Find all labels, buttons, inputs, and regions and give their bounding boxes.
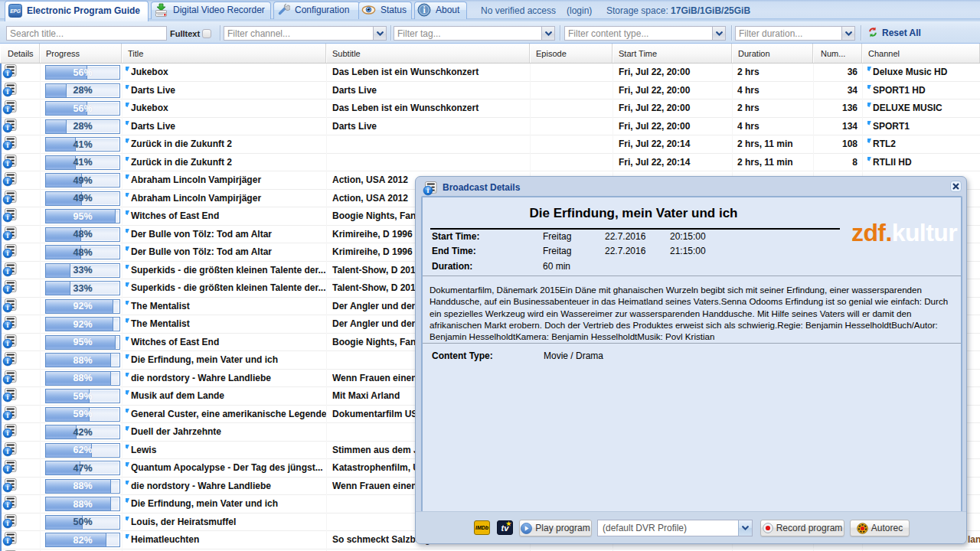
svg-text:i: i bbox=[7, 267, 9, 276]
svg-text:i: i bbox=[7, 87, 9, 96]
svg-text:i: i bbox=[7, 500, 9, 509]
svg-text:i: i bbox=[7, 411, 9, 419]
svg-text:i: i bbox=[7, 69, 9, 77]
svg-text:i: i bbox=[7, 285, 9, 293]
svg-text:i: i bbox=[7, 339, 9, 347]
svg-text:i: i bbox=[427, 186, 430, 194]
svg-text:i: i bbox=[7, 195, 9, 204]
svg-text:i: i bbox=[7, 249, 9, 257]
svg-text:EPG: EPG bbox=[10, 8, 21, 14]
svg-text:i: i bbox=[7, 375, 9, 383]
svg-text:i: i bbox=[7, 483, 9, 491]
svg-text:i: i bbox=[7, 159, 9, 168]
svg-text:i: i bbox=[7, 213, 9, 221]
svg-text:i: i bbox=[7, 357, 9, 365]
svg-text:i: i bbox=[7, 465, 9, 473]
svg-text:i: i bbox=[7, 105, 9, 113]
svg-text:i: i bbox=[7, 123, 9, 132]
svg-text:i: i bbox=[7, 321, 9, 329]
svg-text:i: i bbox=[7, 429, 9, 437]
svg-text:i: i bbox=[7, 231, 9, 240]
svg-text:i: i bbox=[7, 177, 9, 185]
svg-text:i: i bbox=[7, 393, 9, 401]
svg-text:i: i bbox=[7, 141, 9, 149]
svg-text:i: i bbox=[7, 303, 9, 311]
svg-text:i: i bbox=[7, 519, 9, 527]
svg-text:i: i bbox=[7, 536, 9, 545]
svg-text:i: i bbox=[7, 447, 9, 455]
